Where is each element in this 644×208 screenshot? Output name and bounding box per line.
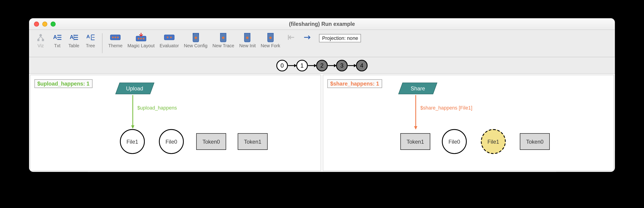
token0-label: Token0 [202, 138, 220, 144]
left-pane[interactable]: $upload_happens: 1 Upload $upload_happen… [30, 75, 321, 171]
tree-label: Tree [86, 43, 95, 48]
new-trace-label: New Trace [212, 43, 234, 48]
visualization-panes: $upload_happens: 1 Upload $upload_happen… [29, 74, 615, 172]
svg-point-17 [194, 36, 197, 39]
next-icon [302, 32, 313, 42]
upload-edge [132, 95, 133, 128]
file0-label: File0 [166, 138, 177, 144]
txt-button[interactable]: A Txt [49, 32, 66, 49]
file0-node[interactable]: File0 [159, 129, 184, 154]
new-fork-label: New Fork [261, 43, 280, 48]
svg-rect-2 [42, 39, 44, 41]
trace-edge [308, 65, 316, 66]
prev-state-button[interactable] [283, 32, 300, 44]
new-config-button[interactable]: New Config [182, 32, 210, 49]
trace-edge [348, 65, 356, 66]
share-edge [415, 95, 416, 129]
token0-label-r: Token0 [526, 138, 543, 144]
trace-state-1[interactable]: 1 [296, 60, 308, 71]
viz-button[interactable]: Viz [32, 32, 49, 49]
token1-label: Token1 [244, 138, 261, 144]
file0-label-r: File0 [448, 138, 460, 144]
svg-rect-14 [164, 35, 174, 40]
file1-node[interactable]: File1 [120, 129, 145, 154]
upload-event-node[interactable]: Upload [115, 82, 154, 94]
svg-text:A: A [70, 34, 74, 40]
theme-button[interactable]: Theme [106, 32, 125, 49]
right-pane[interactable]: $share_happens: 1 Share $share_happens [… [323, 75, 614, 171]
share-event-label: Share [410, 85, 425, 92]
new-config-icon [190, 32, 202, 42]
toolbar-group-views: Viz A Txt A Table A Tree [32, 32, 99, 49]
close-icon[interactable] [34, 22, 39, 27]
trace-state-4[interactable]: 4 [356, 60, 368, 71]
file1-label-r: File1 [488, 138, 499, 144]
token1-node[interactable]: Token1 [238, 133, 268, 150]
toolbar: Viz A Txt A Table A Tree [29, 30, 615, 58]
theme-icon [110, 32, 121, 42]
titlebar: (filesharing) Run example [29, 18, 615, 30]
svg-point-18 [222, 36, 225, 39]
svg-point-13 [143, 38, 144, 40]
svg-point-9 [117, 36, 119, 38]
new-fork-button[interactable]: New Fork [258, 32, 282, 49]
theme-label: Theme [108, 43, 122, 48]
svg-point-16 [170, 36, 172, 38]
svg-point-19 [246, 36, 249, 39]
upload-edge-label: $upload_happens [137, 105, 177, 111]
share-event-node[interactable]: Share [398, 82, 438, 94]
svg-point-11 [138, 38, 140, 40]
tree-button[interactable]: A Tree [82, 32, 99, 49]
token1-node-r[interactable]: Token1 [400, 133, 430, 150]
new-trace-button[interactable]: New Trace [210, 32, 237, 49]
magic-layout-icon [135, 32, 147, 42]
txt-label: Txt [54, 43, 60, 48]
svg-text:A: A [53, 34, 57, 40]
next-state-button[interactable] [300, 32, 316, 44]
toolbar-group-tools: Theme Magic Layout Evaluator New Config [106, 32, 316, 49]
window-controls [34, 22, 56, 27]
table-button[interactable]: A Table [66, 32, 82, 49]
file1-label: File1 [126, 138, 138, 144]
right-event-badge: $share_happens: 1 [327, 79, 382, 88]
trace-state-3[interactable]: 3 [336, 60, 348, 71]
trace-edge [328, 65, 336, 66]
svg-point-15 [167, 36, 168, 38]
trace-state-2[interactable]: 2 [316, 60, 328, 71]
upload-event-label: Upload [126, 85, 143, 92]
maximize-icon[interactable] [51, 22, 56, 27]
new-config-label: New Config [184, 43, 208, 48]
viz-label: Viz [38, 43, 44, 48]
file1-node-r[interactable]: File1 [481, 129, 506, 154]
minimize-icon[interactable] [42, 22, 48, 27]
prev-icon [285, 32, 297, 42]
share-edge-label: $share_happens [File1] [420, 105, 472, 111]
projection-selector[interactable]: Projection: none [319, 34, 361, 42]
trace-nodes: 0 1 2 3 4 [276, 60, 368, 71]
svg-point-8 [114, 36, 116, 38]
svg-text:A: A [86, 34, 90, 40]
evaluator-icon [164, 32, 175, 42]
svg-rect-1 [37, 39, 40, 41]
left-event-badge: $upload_happens: 1 [34, 79, 92, 88]
magic-layout-button[interactable]: Magic Layout [125, 32, 157, 49]
trace-edge [288, 65, 296, 66]
file0-node-r[interactable]: File0 [442, 129, 467, 154]
token1-label-r: Token1 [406, 138, 424, 144]
trace-state-0[interactable]: 0 [276, 60, 288, 71]
token0-node[interactable]: Token0 [196, 133, 226, 150]
new-fork-icon [264, 32, 276, 42]
token0-node-r[interactable]: Token0 [520, 133, 550, 150]
viz-icon [35, 32, 46, 42]
new-init-icon [242, 32, 253, 42]
app-window: (filesharing) Run example Viz A Txt A Ta… [29, 18, 615, 172]
new-trace-icon [218, 32, 229, 42]
evaluator-button[interactable]: Evaluator [157, 32, 182, 49]
evaluator-label: Evaluator [160, 43, 179, 48]
trace-strip: 0 1 2 3 4 [29, 57, 615, 74]
table-icon: A [68, 32, 80, 42]
new-init-button[interactable]: New Init [237, 32, 258, 49]
tree-icon: A [84, 32, 96, 42]
svg-point-0 [40, 34, 42, 37]
txt-icon: A [52, 32, 63, 42]
